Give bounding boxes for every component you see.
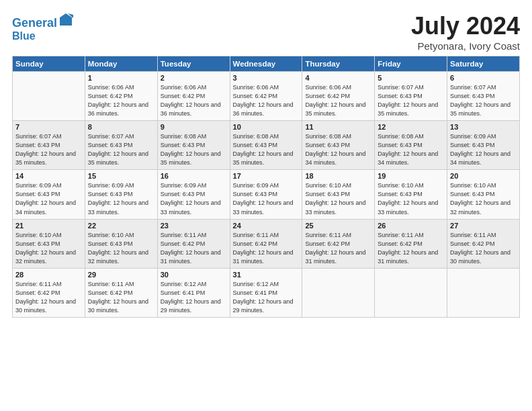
- month-title: July 2024: [411, 12, 520, 40]
- day-info: Sunrise: 6:08 AM Sunset: 6:43 PM Dayligh…: [233, 132, 300, 167]
- day-number: 30: [161, 271, 227, 279]
- day-number: 19: [378, 172, 444, 180]
- weekday-header-wednesday: Wednesday: [230, 56, 302, 72]
- day-info: Sunrise: 6:12 AM Sunset: 6:41 PM Dayligh…: [161, 280, 227, 315]
- day-number: 22: [88, 222, 154, 230]
- calendar-cell: 30Sunrise: 6:12 AM Sunset: 6:41 PM Dayli…: [157, 268, 230, 317]
- day-number: 11: [305, 123, 371, 131]
- day-info: Sunrise: 6:11 AM Sunset: 6:42 PM Dayligh…: [378, 231, 444, 266]
- calendar-cell: 15Sunrise: 6:09 AM Sunset: 6:43 PM Dayli…: [85, 170, 157, 219]
- day-number: 7: [15, 123, 82, 131]
- day-number: 5: [378, 74, 444, 82]
- day-number: 2: [161, 74, 227, 82]
- day-number: 3: [233, 74, 300, 82]
- calendar-cell: 10Sunrise: 6:08 AM Sunset: 6:43 PM Dayli…: [230, 121, 302, 170]
- title-block: July 2024 Petyonara, Ivory Coast: [411, 12, 520, 52]
- calendar-cell: 31Sunrise: 6:12 AM Sunset: 6:41 PM Dayli…: [230, 268, 302, 317]
- day-info: Sunrise: 6:09 AM Sunset: 6:43 PM Dayligh…: [233, 181, 300, 216]
- day-number: 12: [378, 123, 444, 131]
- weekday-header-monday: Monday: [85, 56, 157, 72]
- day-number: 26: [378, 222, 444, 230]
- day-number: 6: [450, 74, 517, 82]
- weekday-header-row: SundayMondayTuesdayWednesdayThursdayFrid…: [13, 56, 520, 72]
- calendar-cell: [447, 268, 520, 317]
- calendar-cell: 21Sunrise: 6:10 AM Sunset: 6:43 PM Dayli…: [13, 219, 85, 268]
- day-info: Sunrise: 6:11 AM Sunset: 6:42 PM Dayligh…: [88, 280, 154, 315]
- calendar-cell: 16Sunrise: 6:09 AM Sunset: 6:43 PM Dayli…: [157, 170, 230, 219]
- calendar-cell: 26Sunrise: 6:11 AM Sunset: 6:42 PM Dayli…: [375, 219, 447, 268]
- calendar-cell: 8Sunrise: 6:07 AM Sunset: 6:43 PM Daylig…: [85, 121, 157, 170]
- day-info: Sunrise: 6:08 AM Sunset: 6:43 PM Dayligh…: [305, 132, 371, 167]
- day-number: 31: [233, 271, 300, 279]
- calendar-table: SundayMondayTuesdayWednesdayThursdayFrid…: [12, 56, 520, 318]
- day-info: Sunrise: 6:09 AM Sunset: 6:43 PM Dayligh…: [450, 132, 517, 167]
- day-info: Sunrise: 6:06 AM Sunset: 6:42 PM Dayligh…: [161, 83, 227, 118]
- calendar-cell: 13Sunrise: 6:09 AM Sunset: 6:43 PM Dayli…: [447, 121, 520, 170]
- day-info: Sunrise: 6:10 AM Sunset: 6:43 PM Dayligh…: [15, 231, 82, 266]
- day-number: 24: [233, 222, 300, 230]
- calendar-cell: 3Sunrise: 6:06 AM Sunset: 6:42 PM Daylig…: [230, 72, 302, 121]
- day-info: Sunrise: 6:06 AM Sunset: 6:42 PM Dayligh…: [233, 83, 300, 118]
- day-info: Sunrise: 6:10 AM Sunset: 6:43 PM Dayligh…: [305, 181, 371, 216]
- day-info: Sunrise: 6:11 AM Sunset: 6:42 PM Dayligh…: [161, 231, 227, 266]
- day-info: Sunrise: 6:09 AM Sunset: 6:43 PM Dayligh…: [15, 181, 82, 216]
- calendar-cell: 6Sunrise: 6:07 AM Sunset: 6:43 PM Daylig…: [447, 72, 520, 121]
- logo: General Blue: [12, 12, 73, 42]
- day-number: 14: [15, 172, 82, 180]
- day-info: Sunrise: 6:11 AM Sunset: 6:42 PM Dayligh…: [15, 280, 82, 315]
- day-info: Sunrise: 6:09 AM Sunset: 6:43 PM Dayligh…: [88, 181, 154, 216]
- day-number: 13: [450, 123, 517, 131]
- day-info: Sunrise: 6:07 AM Sunset: 6:43 PM Dayligh…: [450, 83, 517, 118]
- day-info: Sunrise: 6:06 AM Sunset: 6:42 PM Dayligh…: [305, 83, 371, 118]
- day-info: Sunrise: 6:11 AM Sunset: 6:42 PM Dayligh…: [233, 231, 300, 266]
- day-number: 10: [233, 123, 300, 131]
- calendar-cell: 19Sunrise: 6:10 AM Sunset: 6:43 PM Dayli…: [375, 170, 447, 219]
- calendar-cell: 20Sunrise: 6:10 AM Sunset: 6:43 PM Dayli…: [447, 170, 520, 219]
- calendar-week-2: 7Sunrise: 6:07 AM Sunset: 6:43 PM Daylig…: [13, 121, 520, 170]
- calendar-cell: 1Sunrise: 6:06 AM Sunset: 6:42 PM Daylig…: [85, 72, 157, 121]
- calendar-cell: 18Sunrise: 6:10 AM Sunset: 6:43 PM Dayli…: [302, 170, 375, 219]
- page-container: General Blue July 2024 Petyonara, Ivory …: [0, 0, 532, 324]
- calendar-cell: [13, 72, 85, 121]
- day-number: 1: [88, 74, 154, 82]
- day-number: 20: [450, 172, 517, 180]
- day-number: 16: [161, 172, 227, 180]
- calendar-cell: [302, 268, 375, 317]
- day-info: Sunrise: 6:09 AM Sunset: 6:43 PM Dayligh…: [161, 181, 227, 216]
- weekday-header-tuesday: Tuesday: [157, 56, 230, 72]
- calendar-week-4: 21Sunrise: 6:10 AM Sunset: 6:43 PM Dayli…: [13, 219, 520, 268]
- weekday-header-saturday: Saturday: [447, 56, 520, 72]
- day-number: 15: [88, 172, 154, 180]
- calendar-cell: [375, 268, 447, 317]
- logo-icon: [58, 12, 73, 27]
- calendar-cell: 27Sunrise: 6:11 AM Sunset: 6:42 PM Dayli…: [447, 219, 520, 268]
- day-number: 27: [450, 222, 517, 230]
- calendar-cell: 5Sunrise: 6:07 AM Sunset: 6:43 PM Daylig…: [375, 72, 447, 121]
- day-number: 9: [161, 123, 227, 131]
- day-number: 28: [15, 271, 82, 279]
- calendar-cell: 2Sunrise: 6:06 AM Sunset: 6:42 PM Daylig…: [157, 72, 230, 121]
- day-info: Sunrise: 6:07 AM Sunset: 6:43 PM Dayligh…: [88, 132, 154, 167]
- header-row: General Blue July 2024 Petyonara, Ivory …: [12, 12, 520, 52]
- weekday-header-thursday: Thursday: [302, 56, 375, 72]
- day-info: Sunrise: 6:08 AM Sunset: 6:43 PM Dayligh…: [161, 132, 227, 167]
- calendar-cell: 28Sunrise: 6:11 AM Sunset: 6:42 PM Dayli…: [13, 268, 85, 317]
- logo-general: General: [12, 16, 57, 30]
- calendar-week-1: 1Sunrise: 6:06 AM Sunset: 6:42 PM Daylig…: [13, 72, 520, 121]
- calendar-cell: 29Sunrise: 6:11 AM Sunset: 6:42 PM Dayli…: [85, 268, 157, 317]
- day-info: Sunrise: 6:12 AM Sunset: 6:41 PM Dayligh…: [233, 280, 300, 315]
- calendar-cell: 25Sunrise: 6:11 AM Sunset: 6:42 PM Dayli…: [302, 219, 375, 268]
- weekday-header-friday: Friday: [375, 56, 447, 72]
- calendar-cell: 9Sunrise: 6:08 AM Sunset: 6:43 PM Daylig…: [157, 121, 230, 170]
- day-number: 21: [15, 222, 82, 230]
- day-info: Sunrise: 6:07 AM Sunset: 6:43 PM Dayligh…: [15, 132, 82, 167]
- calendar-cell: 4Sunrise: 6:06 AM Sunset: 6:42 PM Daylig…: [302, 72, 375, 121]
- day-info: Sunrise: 6:06 AM Sunset: 6:42 PM Dayligh…: [88, 83, 154, 118]
- calendar-cell: 17Sunrise: 6:09 AM Sunset: 6:43 PM Dayli…: [230, 170, 302, 219]
- calendar-cell: 14Sunrise: 6:09 AM Sunset: 6:43 PM Dayli…: [13, 170, 85, 219]
- logo-text: General: [12, 12, 73, 30]
- weekday-header-sunday: Sunday: [13, 56, 85, 72]
- calendar-cell: 23Sunrise: 6:11 AM Sunset: 6:42 PM Dayli…: [157, 219, 230, 268]
- day-number: 25: [305, 222, 371, 230]
- calendar-cell: 12Sunrise: 6:08 AM Sunset: 6:43 PM Dayli…: [375, 121, 447, 170]
